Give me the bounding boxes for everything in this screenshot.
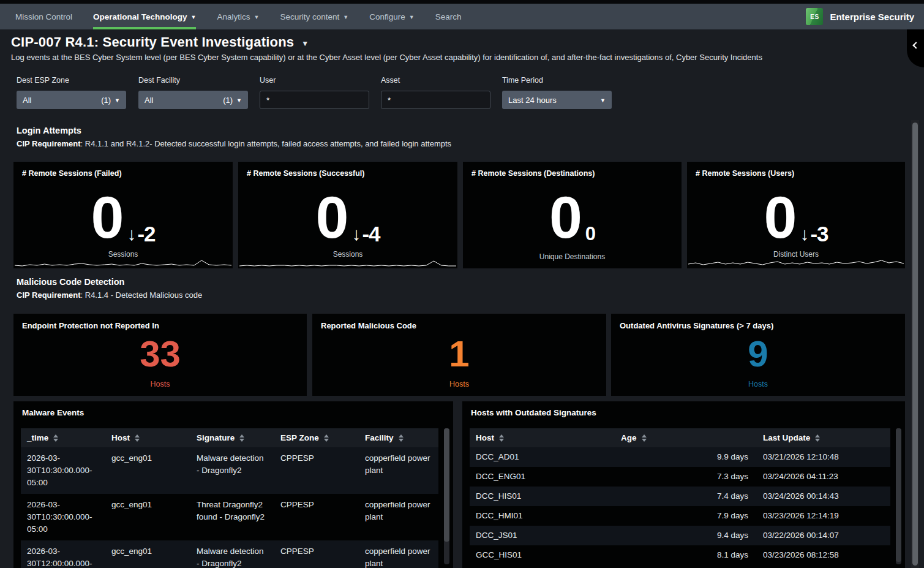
title-dropdown-icon[interactable]: ▼ — [301, 39, 309, 48]
stat-value: 33 — [13, 336, 307, 373]
kpi-caption: Sessions — [13, 250, 233, 259]
outdated-signatures-table: Host Age Last Update DCC_AD019.9 days03/… — [470, 428, 890, 565]
section-requirement: CIP Requirement: R4.1.1 and R4.1.2- Dete… — [17, 139, 451, 148]
sort-icon — [815, 434, 820, 442]
table-scrollbar[interactable] — [896, 428, 901, 564]
kpi-value: 0 — [764, 191, 795, 243]
table-row[interactable]: 2026-03-30T12:00:00.000-05:00gcc_eng01Ma… — [21, 540, 438, 568]
table-row[interactable]: 2026-03-30T10:30:00.000-05:00gcc_eng01Ma… — [21, 447, 438, 494]
nav-item-search[interactable]: Search — [425, 4, 472, 29]
down-arrow-icon: ↓ — [800, 224, 809, 244]
asset-input[interactable] — [381, 91, 490, 109]
stat-panel-outdated-antivirus: Outdated Antivirus Signatures (> 7 days)… — [611, 314, 905, 396]
nav-item-configure[interactable]: Configure▼ — [359, 4, 424, 29]
selection-count: (1) — [223, 96, 233, 105]
chevron-down-icon: ▼ — [254, 14, 260, 20]
panel-title: # Remote Sessions (Successful) — [247, 169, 451, 178]
section-heading-malicious-code: Malicious Code Detection — [17, 277, 124, 287]
scrollbar-thumb[interactable] — [444, 428, 449, 542]
panel-title: Reported Malicious Code — [321, 321, 416, 330]
scrollbar-thumb[interactable] — [912, 123, 918, 566]
table-row[interactable]: DCC_JS019.4 days03/22/2026 00:14:07 — [470, 526, 890, 545]
stat-value: 9 — [611, 336, 905, 373]
brand-label: Enterprise Security — [830, 12, 914, 22]
kpi-value: 0 — [315, 191, 347, 243]
kpi-panel-remote-sessions-destinations: # Remote Sessions (Destinations) 0 0 Uni… — [463, 162, 682, 268]
chevron-down-icon: ▼ — [115, 97, 120, 104]
malware-events-panel: Malware Events _time Host Signature ESP … — [13, 401, 453, 568]
stat-caption: Hosts — [312, 380, 606, 388]
scrollbar-thumb[interactable] — [896, 428, 901, 562]
sort-icon — [499, 434, 504, 442]
sort-icon — [53, 434, 58, 442]
kpi-value: 0 — [91, 191, 122, 243]
table-header-row: Host Age Last Update — [470, 428, 890, 447]
enterprise-security-logo-icon: ES — [806, 8, 823, 25]
sort-icon — [324, 434, 329, 442]
column-header-host[interactable]: Host — [470, 428, 615, 447]
kpi-delta: -2 — [137, 222, 155, 246]
sort-icon — [135, 434, 140, 442]
kpi-delta: -3 — [810, 222, 828, 246]
chevron-down-icon: ▼ — [409, 14, 415, 20]
stat-value: 1 — [312, 336, 606, 373]
filter-label: Asset — [381, 76, 490, 91]
nav-item-analytics[interactable]: Analytics▼ — [206, 4, 269, 29]
column-header-facility[interactable]: Facility — [359, 428, 438, 447]
dashboard-page: Mission Control Operational Technology▼ … — [0, 0, 924, 568]
stat-caption: Hosts — [13, 380, 307, 388]
panel-title: # Remote Sessions (Users) — [696, 169, 899, 178]
kpi-panel-remote-sessions-users: # Remote Sessions (Users) 0 ↓-3 Distinct… — [687, 162, 905, 268]
chevron-down-icon: ▼ — [236, 97, 242, 104]
chevron-down-icon: ▼ — [191, 14, 197, 20]
nav-item-operational-technology[interactable]: Operational Technology▼ — [83, 4, 206, 29]
sort-icon — [642, 434, 647, 442]
filter-label: Time Period — [502, 76, 612, 91]
kpi-delta: 0 — [585, 223, 595, 245]
time-period-dropdown[interactable]: Last 24 hours ▼ — [502, 91, 612, 109]
page-description: Log events at the BES Cyber System level… — [11, 53, 762, 62]
filter-label: User — [260, 76, 369, 91]
nav-item-security-content[interactable]: Security content▼ — [269, 4, 359, 29]
kpi-panel-remote-sessions-successful: # Remote Sessions (Successful) 0 ↓-4 Ses… — [238, 162, 457, 268]
sparkline-chart — [239, 259, 456, 268]
collapse-panel-button[interactable] — [907, 29, 924, 67]
table-scrollbar[interactable] — [444, 428, 449, 564]
chevron-left-icon — [912, 42, 919, 48]
stat-caption: Hosts — [611, 380, 905, 388]
column-header-esp-zone[interactable]: ESP Zone — [274, 428, 359, 447]
malware-events-table: _time Host Signature ESP Zone Facility 2… — [21, 428, 438, 568]
panel-title: Malware Events — [22, 408, 84, 417]
nav-item-mission-control[interactable]: Mission Control — [5, 4, 83, 29]
filter-dest-esp-zone: Dest ESP Zone All (1)▼ — [17, 76, 126, 109]
column-header-signature[interactable]: Signature — [190, 428, 274, 447]
sparkline-chart — [688, 259, 904, 268]
section-requirement: CIP Requirement: R4.1.4 - Detected Malic… — [17, 290, 202, 300]
sparkline-chart — [15, 259, 231, 268]
table-row[interactable]: 2026-03-30T10:30:00.000-05:00gcc_eng01Th… — [21, 494, 438, 540]
down-arrow-icon: ↓ — [127, 224, 136, 244]
column-header-time[interactable]: _time — [21, 428, 105, 447]
stat-panel-endpoint-protection: Endpoint Protection not Reported In 33 H… — [13, 314, 307, 396]
column-header-age[interactable]: Age — [615, 428, 757, 447]
panel-title: Outdated Antivirus Signatures (> 7 days) — [620, 321, 773, 330]
column-header-host[interactable]: Host — [105, 428, 190, 447]
app-brand[interactable]: ES Enterprise Security — [806, 4, 924, 29]
column-header-last-update[interactable]: Last Update — [757, 428, 890, 447]
kpi-value: 0 — [549, 191, 580, 243]
table-row[interactable]: GCC_HIS018.1 days03/23/2026 08:12:58 — [470, 545, 890, 565]
table-row[interactable]: DCC_ENG017.3 days03/24/2026 04:11:23 — [470, 467, 890, 487]
dest-facility-dropdown[interactable]: All (1)▼ — [138, 91, 248, 109]
panel-title: # Remote Sessions (Failed) — [22, 169, 227, 178]
panel-title: # Remote Sessions (Destinations) — [471, 169, 675, 178]
page-scrollbar[interactable] — [911, 120, 919, 568]
filter-label: Dest Facility — [138, 76, 248, 91]
table-row[interactable]: DCC_HIS017.4 days03/24/2026 00:14:43 — [470, 487, 890, 506]
panel-title: Hosts with Outdated Signatures — [471, 408, 596, 417]
table-row[interactable]: DCC_HMI017.9 days03/23/2026 12:14:19 — [470, 506, 890, 526]
kpi-panel-remote-sessions-failed: # Remote Sessions (Failed) 0 ↓-2 Session… — [13, 162, 233, 268]
dest-esp-zone-dropdown[interactable]: All (1)▼ — [17, 91, 126, 109]
outdated-signatures-panel: Hosts with Outdated Signatures Host Age … — [462, 401, 905, 568]
table-row[interactable]: DCC_AD019.9 days03/21/2026 12:10:48 — [470, 447, 890, 467]
user-input[interactable] — [260, 91, 369, 109]
